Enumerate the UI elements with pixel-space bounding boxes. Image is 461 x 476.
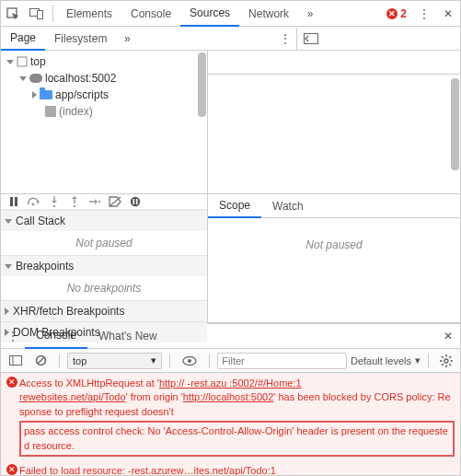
drawer-tab-console[interactable]: Console xyxy=(25,323,87,349)
step-into-icon[interactable] xyxy=(47,194,62,209)
cloud-icon xyxy=(29,74,42,83)
sidebar-toggle-icon[interactable] xyxy=(5,351,27,371)
error-icon: ✕ xyxy=(386,8,398,19)
chevron-down-icon: ▾ xyxy=(151,354,156,366)
scope-body: Not paused xyxy=(208,218,460,322)
svg-rect-4 xyxy=(17,57,27,66)
error-icon: ✕ xyxy=(6,377,17,388)
tab-filesystem[interactable]: Filesystem xyxy=(45,28,116,50)
pause-icon[interactable] xyxy=(6,194,21,209)
svg-line-28 xyxy=(442,364,444,366)
caret-right-icon xyxy=(32,91,37,99)
breakpoints-body: No breakpoints xyxy=(1,276,207,300)
divider xyxy=(59,354,60,368)
clear-console-icon[interactable] xyxy=(30,351,52,371)
svg-line-29 xyxy=(449,356,451,358)
svg-rect-5 xyxy=(10,197,13,206)
caret-down-icon xyxy=(6,60,14,64)
tab-console[interactable]: Console xyxy=(121,2,180,26)
tree-label: localhost:5002 xyxy=(45,72,116,85)
filter-input[interactable] xyxy=(217,353,347,369)
tree-label: app/scripts xyxy=(55,88,109,101)
folder-icon xyxy=(40,90,52,99)
svg-point-9 xyxy=(74,205,75,207)
inspect-icon[interactable] xyxy=(1,2,25,26)
frame-icon xyxy=(17,56,28,67)
section-title: XHR/fetch Breakpoints xyxy=(13,305,124,318)
xhr-bp-header[interactable]: XHR/fetch Breakpoints xyxy=(1,301,207,321)
close-devtools-icon[interactable]: ✕ xyxy=(436,2,460,26)
deactivate-bp-icon[interactable] xyxy=(108,194,122,209)
drawer-tab-whatsnew[interactable]: What's New xyxy=(87,324,168,348)
svg-line-18 xyxy=(38,357,44,364)
svg-point-20 xyxy=(188,359,191,363)
section-title: Call Stack xyxy=(16,215,65,227)
text: ' from origin ' xyxy=(126,391,183,402)
tree-file[interactable]: (index) xyxy=(6,103,207,120)
text: Failed to load resource: xyxy=(19,465,128,476)
svg-rect-14 xyxy=(136,199,138,204)
divider xyxy=(169,354,170,368)
tree-host[interactable]: localhost:5002 xyxy=(6,70,207,87)
tree-top[interactable]: top xyxy=(6,53,207,70)
step-over-icon[interactable] xyxy=(27,194,41,209)
error-count-badge[interactable]: ✕2 xyxy=(381,7,412,20)
tree-folder[interactable]: app/scripts xyxy=(6,87,207,103)
file-tree-pane: top localhost:5002 app/scripts (index) xyxy=(1,51,208,193)
svg-point-12 xyxy=(131,197,140,206)
link[interactable]: -rest.azurew…ites.net/api/Todo:1 xyxy=(128,465,276,476)
scrollbar[interactable] xyxy=(449,75,460,193)
kebab-icon[interactable]: ⋮ xyxy=(412,2,436,26)
divider xyxy=(428,354,429,368)
highlighted-text: pass access control check: No 'Access-Co… xyxy=(19,421,455,457)
text: Access to XMLHttpRequest at ' xyxy=(19,377,159,389)
levels-label: Default levels xyxy=(351,355,411,366)
show-navigator-icon[interactable] xyxy=(297,33,325,44)
scrollbar[interactable] xyxy=(196,51,207,193)
device-icon[interactable] xyxy=(25,2,49,26)
caret-down-icon xyxy=(5,264,12,269)
console-messages: ✕ Access to XMLHttpRequest at 'http:// -… xyxy=(1,373,460,476)
divider xyxy=(52,6,53,22)
breakpoints-header[interactable]: Breakpoints xyxy=(1,256,207,276)
log-levels-select[interactable]: Default levels ▾ xyxy=(351,354,421,366)
tab-elements[interactable]: Elements xyxy=(57,2,121,26)
code-pane xyxy=(208,51,460,193)
tab-sources[interactable]: Sources xyxy=(180,1,239,27)
callstack-header[interactable]: Call Stack xyxy=(1,211,207,231)
error-count: 2 xyxy=(400,7,407,20)
tab-scope[interactable]: Scope xyxy=(208,194,261,218)
debugger-controls xyxy=(1,194,207,210)
step-icon[interactable] xyxy=(87,194,102,209)
svg-point-7 xyxy=(32,203,35,206)
kebab-drawer-icon[interactable]: ⋮ xyxy=(1,330,25,342)
file-icon xyxy=(45,106,56,117)
gear-icon[interactable] xyxy=(436,354,456,367)
tab-page[interactable]: Page xyxy=(1,27,45,51)
close-drawer-icon[interactable]: ✕ xyxy=(436,330,460,342)
svg-line-27 xyxy=(449,364,451,366)
link[interactable]: rewebsites.net/api/Todo xyxy=(19,391,126,402)
console-error-message[interactable]: ✕ Access to XMLHttpRequest at 'http:// -… xyxy=(1,373,460,460)
kebab-page-icon[interactable]: ⋮ xyxy=(274,32,296,45)
step-out-icon[interactable] xyxy=(67,194,82,209)
caret-down-icon xyxy=(19,76,27,81)
live-expression-icon[interactable] xyxy=(178,351,202,371)
tab-watch[interactable]: Watch xyxy=(261,195,315,217)
divider xyxy=(209,354,210,368)
context-value: top xyxy=(73,355,86,366)
tab-network[interactable]: Network xyxy=(239,2,298,26)
link[interactable]: http:// -rest.azu :5002/#/Home:1 xyxy=(159,377,302,389)
tree-label: (index) xyxy=(59,105,93,118)
link[interactable]: http://localhost:5002 xyxy=(183,391,273,402)
svg-rect-6 xyxy=(15,197,17,206)
context-selector[interactable]: top▾ xyxy=(67,353,162,369)
more-tabs-icon[interactable]: » xyxy=(298,2,322,26)
pause-exceptions-icon[interactable] xyxy=(128,194,143,209)
svg-point-10 xyxy=(98,201,100,203)
callstack-body: Not paused xyxy=(1,231,207,255)
console-error-message[interactable]: ✕ Failed to load resource: -rest.azurew…… xyxy=(1,460,460,476)
more-page-tabs-icon[interactable]: » xyxy=(116,32,138,45)
svg-point-8 xyxy=(53,205,55,207)
svg-rect-13 xyxy=(133,199,135,204)
